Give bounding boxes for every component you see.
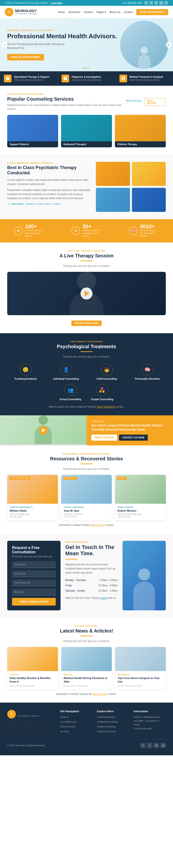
learn-more-link[interactable]: Learn More: [51, 2, 63, 4]
footer-facebook-icon[interactable]: f: [140, 743, 146, 748]
hero-dot-2[interactable]: [86, 67, 87, 69]
treatment-troubling-emotions[interactable]: 😟 Troubling Emotions: [7, 364, 44, 380]
nav-home[interactable]: Home: [58, 10, 65, 13]
footer-logo: N NEUROLOGY PSYCHIATRIC THERAPY: [7, 710, 55, 718]
counseling-title: Popular Counseling Services: [7, 96, 127, 102]
best-image-3: [96, 188, 130, 212]
news-card-3[interactable]: NEUROLOGY Tips From Neuro Surgeon In You…: [115, 647, 166, 689]
top-bar: COVID-19 Resources for Neurology Coaliti…: [0, 0, 173, 6]
resources-more: Interested in reading? Explore Story Sec…: [7, 524, 166, 526]
resource-cards-grid: LIFE COUNSELLING Couple | Personality Wi…: [7, 475, 166, 520]
service-card-support[interactable]: Support Patients: [7, 115, 58, 147]
nav-doctors[interactable]: Doctors: [84, 10, 93, 13]
consultation-divider: [65, 559, 77, 560]
couple-counselling-label: Couple Counselling: [91, 398, 113, 401]
schedule-day-1: Monday - Thursday: [65, 579, 86, 582]
treatment-group-counselling[interactable]: 👥 Group Counselling: [60, 384, 81, 401]
nav-pages[interactable]: Pages ▾: [96, 10, 106, 14]
consultation-form: Request a Free Consultation Fill out the…: [7, 541, 61, 610]
news-card-1[interactable]: THERAPY Daily Healthy Routine & Benefits…: [7, 647, 58, 689]
footer-explore-couple[interactable]: Couple Counselling: [97, 725, 115, 728]
news-card-2[interactable]: MEDICAL Medical Health During Pandemic &…: [61, 647, 112, 689]
jean-card-tag: Couple | Individual: [64, 506, 110, 508]
nav-about[interactable]: About Us: [110, 10, 120, 13]
hero-dot-1[interactable]: [83, 67, 85, 69]
hero-prev-button[interactable]: ‹: [1, 42, 7, 48]
group-counselling-label: Group Counselling: [60, 398, 81, 401]
more-treatments-link[interactable]: More Treatments: [97, 405, 115, 408]
footer-twitter-icon[interactable]: t: [147, 743, 152, 748]
best-desc2: Praesendum complatum deitere aliqui corr…: [7, 188, 91, 200]
footer-info-title: Information: [134, 710, 166, 713]
logo-sub-text: PSYCHIATRIC THERAPY: [15, 13, 37, 15]
treatment-personality-disorders[interactable]: 🧠 Personality Disorders: [129, 364, 166, 380]
treatment-individual-counselling[interactable]: 👤 Individual Counselling: [48, 364, 84, 380]
submit-consultation-button[interactable]: FREE CONSULTATION: [12, 598, 56, 606]
story-section-link[interactable]: Story Section: [91, 524, 105, 526]
resource-card-jean[interactable]: INDIVIDUAL Couple | Individual Jean M Ja…: [61, 475, 112, 520]
news-title-1: Daily Healthy Routine & Benefits From It: [10, 676, 56, 684]
contact-link[interactable]: contact: [100, 597, 108, 599]
nav-contact[interactable]: Contact: [124, 10, 133, 13]
schedule-row-mon-thu: Monday - Thursday 9:00am - 6:00pm: [65, 578, 118, 583]
book-appointment-button[interactable]: BOOK APPOINTMENT: [136, 9, 168, 15]
message-input[interactable]: [12, 589, 56, 595]
william-card-tag: Couple | Personality: [10, 506, 56, 508]
name-input[interactable]: [12, 561, 56, 568]
footer-nav-counselling[interactable]: Counselling Lists: [60, 721, 76, 723]
resource-card-robert[interactable]: FAMILY Family | Group Robert Weston GROU…: [115, 475, 166, 520]
resource-card-william[interactable]: LIFE COUNSELLING Couple | Personality Wi…: [7, 475, 58, 520]
hero-title: Professional Mental Health Advisors.: [7, 32, 166, 40]
footer-explore-individual[interactable]: Individual Counselling: [97, 721, 118, 723]
footer-explore-col: Explore More Troubling Emotions Individu…: [97, 710, 129, 734]
stat-branches: ✦ 30+ Medical BranchesAvailable Around t…: [71, 224, 102, 238]
search-icon[interactable]: 🔍: [164, 1, 168, 5]
stats-bar: ♥ 100+ In House DoctorsBest Treatment Ex…: [0, 219, 173, 243]
footer-explore-coaching[interactable]: Cognitive Coaching: [97, 730, 115, 733]
treatment-couple-counselling[interactable]: 💑 Couple Counselling: [91, 384, 113, 401]
footer-nav-blog[interactable]: Our Blog: [60, 730, 69, 733]
play-button[interactable]: [80, 287, 93, 300]
more-services-link[interactable]: More Services ›: [127, 99, 142, 105]
play-icon: [84, 290, 90, 297]
footer-linkedin-icon[interactable]: in: [154, 743, 159, 748]
branches-label: Medical BranchesAvailable Around the US: [82, 229, 102, 238]
find-doctor-image-left: [0, 415, 86, 445]
hero-dot-3[interactable]: [88, 67, 90, 69]
footer-nav-team[interactable]: Team & Doctors: [60, 725, 75, 728]
service-card-children[interactable]: Children Therapy: [115, 115, 166, 147]
find-doctor-play-button[interactable]: [39, 426, 47, 435]
watch-video-button[interactable]: WATCH VIDEO NOW: [71, 320, 101, 326]
phone-input[interactable]: [12, 580, 56, 586]
linkedin-icon[interactable]: in: [154, 1, 158, 5]
psych-desc: Praising pain was born give you a comple…: [7, 355, 166, 359]
troubling-emotions-icon: 😟: [20, 364, 32, 376]
medical-svg-icon: [121, 76, 126, 81]
blog-directory-link[interactable]: Blog Directory: [93, 693, 108, 695]
nav-services[interactable]: Services ▾: [68, 10, 80, 14]
footer-youtube-icon[interactable]: yt: [161, 743, 166, 748]
footer-email-link[interactable]: hello@neuro.com: [144, 716, 161, 718]
treatment-child-counselling[interactable]: 🧒 Child Counselling: [89, 364, 125, 380]
hero-cta-button[interactable]: MAKE AN APPOINTMENT: [7, 54, 44, 60]
header: N NEUROLOGY PSYCHIATRIC THERAPY Home Ser…: [0, 6, 173, 18]
feature-text-medical: Medical Treatment & Surgical World of co…: [130, 75, 163, 82]
contact-us-button[interactable]: CONTACT US NOW: [119, 435, 148, 441]
news-image-2: [61, 647, 112, 671]
find-doctor-btn-counseling[interactable]: FIND A DOCTOR: [144, 98, 166, 106]
consultation-form-title: Request a Free Consultation: [12, 546, 56, 554]
hero-next-button[interactable]: ›: [166, 42, 172, 48]
footer-explore-emotions[interactable]: Troubling Emotions: [97, 716, 115, 718]
child-counselling-label: Child Counselling: [89, 377, 125, 380]
facebook-icon[interactable]: f: [149, 1, 153, 5]
instagram-icon[interactable]: ig: [159, 1, 163, 5]
service-card-therapist[interactable]: Dedicated Therapist: [61, 115, 112, 147]
find-doctor-button[interactable]: FIND A DOCTOR: [91, 435, 117, 441]
email-input[interactable]: [12, 570, 56, 577]
news-meta-3: Jun 29, 2022 | Thomas Kane: [117, 685, 163, 687]
footer-nav-about[interactable]: About Us: [60, 716, 69, 718]
news-title-3: Tips From Neuro Surgeon In Your City: [117, 676, 163, 684]
top-bar-left: COVID-19 Resources for Neurology Coaliti…: [5, 2, 63, 4]
logo-brand-name: NEUROLOGY: [15, 9, 37, 13]
twitter-icon[interactable]: 𝕏: [144, 1, 148, 5]
